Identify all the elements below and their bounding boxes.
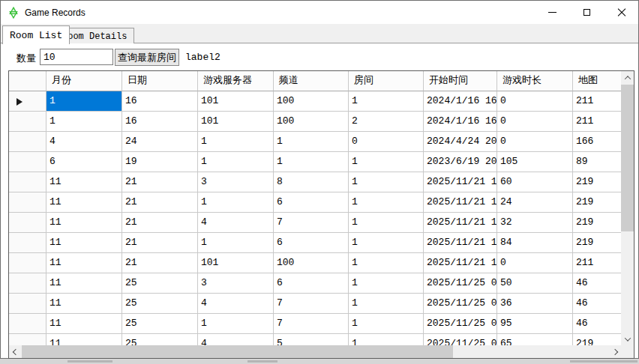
grid-cell[interactable]: 6 xyxy=(274,273,349,294)
tab-room-list[interactable]: Room List xyxy=(2,25,70,44)
title-bar[interactable]: Game Records xyxy=(1,1,638,24)
column-header[interactable]: 开始时间 xyxy=(424,71,497,91)
row-header[interactable] xyxy=(9,192,46,213)
grid-cell[interactable]: 1 xyxy=(198,233,274,253)
grid-cell[interactable]: 2024/1/16 16:49 xyxy=(424,112,497,132)
grid-cell[interactable]: 7 xyxy=(274,314,349,334)
grid-cell[interactable]: 16 xyxy=(122,91,198,112)
grid-cell[interactable]: 4 xyxy=(198,213,274,233)
grid-cell[interactable]: 1 xyxy=(46,112,122,132)
grid-cell[interactable]: 1 xyxy=(349,91,424,112)
horizontal-scrollbar[interactable] xyxy=(9,345,621,358)
grid-cell[interactable]: 32 xyxy=(497,213,573,233)
grid-cell[interactable]: 21 xyxy=(122,233,198,253)
grid-cell[interactable]: 166 xyxy=(573,132,621,152)
grid-cell[interactable]: 105 xyxy=(497,152,573,172)
grid-cell[interactable]: 24 xyxy=(122,132,198,152)
grid-cell[interactable]: 25 xyxy=(122,294,198,314)
query-latest-rooms-button[interactable]: 查询最新房间 xyxy=(115,49,179,66)
row-header[interactable] xyxy=(9,91,46,112)
grid-cell[interactable]: 101 xyxy=(198,112,274,132)
grid-cell[interactable]: 100 xyxy=(274,91,349,112)
grid-cell[interactable]: 211 xyxy=(573,112,621,132)
grid-cell[interactable]: 11 xyxy=(46,172,122,192)
grid-cell[interactable]: 1 xyxy=(198,132,274,152)
grid-cell[interactable]: 4 xyxy=(198,334,274,345)
row-header[interactable] xyxy=(9,172,46,192)
grid-cell[interactable]: 2025/11/21 1... xyxy=(424,213,497,233)
grid-cell[interactable]: 0 xyxy=(497,132,573,152)
row-header[interactable] xyxy=(9,213,46,233)
grid-cell[interactable]: 2025/11/21 1... xyxy=(424,192,497,213)
maximize-button[interactable] xyxy=(569,1,604,24)
grid-cell[interactable]: 3 xyxy=(198,172,274,192)
grid-cell[interactable]: 25 xyxy=(122,334,198,345)
column-header[interactable]: 月份 xyxy=(46,71,122,91)
grid-cell[interactable]: 0 xyxy=(497,253,573,273)
horizontal-scrollbar-thumb[interactable] xyxy=(22,345,453,358)
row-header[interactable] xyxy=(9,233,46,253)
grid-cell[interactable]: 1 xyxy=(46,91,122,112)
grid-cell[interactable]: 2024/1/16 16:48 xyxy=(424,91,497,112)
grid-cell[interactable]: 11 xyxy=(46,334,122,345)
scroll-right-button[interactable] xyxy=(608,345,621,358)
grid-cell[interactable]: 2025/11/25 0:40 xyxy=(424,314,497,334)
grid-cell[interactable]: 7 xyxy=(274,294,349,314)
grid-cell[interactable]: 2025/11/21 1... xyxy=(424,253,497,273)
grid-cell[interactable]: 101 xyxy=(198,253,274,273)
grid-cell[interactable]: 101 xyxy=(198,91,274,112)
vertical-scrollbar[interactable] xyxy=(621,71,634,345)
grid-cell[interactable]: 21 xyxy=(122,213,198,233)
grid-cell[interactable]: 5 xyxy=(274,334,349,345)
grid-cell[interactable]: 1 xyxy=(349,314,424,334)
grid-cell[interactable]: 89 xyxy=(573,152,621,172)
grid-cell[interactable]: 1 xyxy=(349,233,424,253)
grid-cell[interactable]: 60 xyxy=(497,172,573,192)
grid-cell[interactable]: 2025/11/21 1... xyxy=(424,172,497,192)
row-header[interactable] xyxy=(9,152,46,172)
grid-cell[interactable]: 84 xyxy=(497,233,573,253)
row-header[interactable] xyxy=(9,334,46,345)
scroll-left-button[interactable] xyxy=(9,345,22,358)
column-header[interactable]: 房间 xyxy=(349,71,424,91)
scroll-down-button[interactable] xyxy=(621,333,634,345)
grid-cell[interactable]: 219 xyxy=(573,172,621,192)
grid-cell[interactable]: 1 xyxy=(198,192,274,213)
grid-cell[interactable]: 4 xyxy=(46,132,122,152)
grid-cell[interactable]: 1 xyxy=(349,213,424,233)
column-header[interactable]: 游戏服务器 xyxy=(198,71,274,91)
grid-cell[interactable]: 24 xyxy=(497,192,573,213)
row-header[interactable] xyxy=(9,314,46,334)
grid-cell[interactable]: 0 xyxy=(349,132,424,152)
grid-cell[interactable]: 11 xyxy=(46,192,122,213)
grid-cell[interactable]: 46 xyxy=(573,314,621,334)
grid-cell[interactable]: 11 xyxy=(46,294,122,314)
row-header[interactable] xyxy=(9,294,46,314)
grid-cell[interactable]: 2023/6/19 20:22 xyxy=(424,152,497,172)
grid-cell[interactable]: 1 xyxy=(274,132,349,152)
grid-cell[interactable]: 2 xyxy=(349,112,424,132)
grid-cell[interactable]: 21 xyxy=(122,192,198,213)
minimize-button[interactable] xyxy=(535,1,569,24)
grid-cell[interactable]: 65 xyxy=(497,334,573,345)
grid-cell[interactable]: 6 xyxy=(46,152,122,172)
row-header[interactable] xyxy=(9,273,46,294)
grid-cell[interactable]: 100 xyxy=(274,253,349,273)
grid-cell[interactable]: 1 xyxy=(274,152,349,172)
grid-cell[interactable]: 36 xyxy=(497,294,573,314)
vertical-scrollbar-thumb[interactable] xyxy=(621,85,634,231)
grid-cell[interactable]: 25 xyxy=(122,314,198,334)
row-header[interactable] xyxy=(9,112,46,132)
grid-cell[interactable]: 1 xyxy=(198,152,274,172)
grid-cell[interactable]: 219 xyxy=(573,334,621,345)
grid-cell[interactable]: 4 xyxy=(198,294,274,314)
grid-cell[interactable]: 46 xyxy=(573,273,621,294)
row-header[interactable] xyxy=(9,253,46,273)
grid-corner-header[interactable] xyxy=(9,71,46,91)
grid-cell[interactable]: 1 xyxy=(349,192,424,213)
grid-cell[interactable]: 219 xyxy=(573,213,621,233)
grid-cell[interactable]: 21 xyxy=(122,172,198,192)
column-header[interactable]: 地图 xyxy=(573,71,621,91)
grid-cell[interactable]: 0 xyxy=(497,112,573,132)
grid-cell[interactable]: 21 xyxy=(122,253,198,273)
